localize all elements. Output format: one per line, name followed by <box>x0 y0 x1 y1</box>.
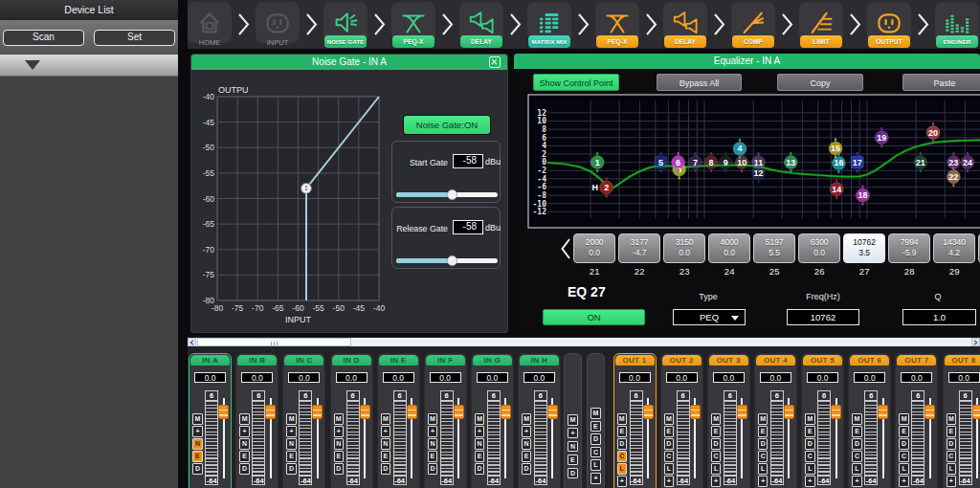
toolbar-item-delay-out[interactable]: DELAY <box>663 2 707 48</box>
channel-button-l[interactable]: L <box>711 463 722 475</box>
channel-strip-out-7[interactable]: OUT 70.06-64MEDCL+ <box>895 353 938 488</box>
channel-button-l[interactable]: L <box>758 463 768 475</box>
toolbar-item-home[interactable]: HOME <box>188 2 232 48</box>
channel-button-m[interactable]: M <box>239 413 250 425</box>
fader-handle[interactable] <box>501 405 511 419</box>
channel-strip-in-c[interactable]: IN C0.06-64M+NED <box>282 353 325 488</box>
equalizer-graph[interactable]: 121086420-2-4-6-8-10-1220305010020030050… <box>514 93 980 232</box>
eq-band-button-29[interactable]: 143404.2 <box>933 233 975 263</box>
channel-strip-out-6[interactable]: OUT 60.06-64MEDCL+ <box>848 353 891 488</box>
fader-handle[interactable] <box>690 405 701 419</box>
scroll-right-icon[interactable] <box>971 338 980 346</box>
fader-handle[interactable] <box>547 405 558 419</box>
channel-strip-out-2[interactable]: OUT 20.06-64MEDCL+ <box>660 353 703 488</box>
channel-button-plus[interactable]: + <box>381 426 391 437</box>
channel-button-plus[interactable]: + <box>947 476 957 487</box>
channel-button-d[interactable]: D <box>664 438 675 450</box>
toolbar-item-matrix-mix[interactable]: MATRIX MIX <box>527 2 571 48</box>
toolbar-item-limit[interactable]: LIMIT <box>799 2 843 48</box>
release-gate-value[interactable]: -58 <box>453 220 483 234</box>
paste-button[interactable]: Paste <box>902 74 980 91</box>
channel-strip-out-8[interactable]: OUT 80.06-64MEDCL+ <box>943 353 980 488</box>
channel-strip-in-b[interactable]: IN B0.06-64M+NED <box>235 353 278 488</box>
channel-gain-value[interactable]: 0.0 <box>854 372 885 384</box>
link-button-e[interactable]: E <box>568 455 578 466</box>
channel-button-plus[interactable]: + <box>664 476 675 487</box>
channel-button-m[interactable]: M <box>899 413 909 425</box>
channel-button-d[interactable]: D <box>947 438 957 450</box>
channel-button-plus[interactable]: + <box>805 476 815 487</box>
channel-gain-value[interactable]: 0.0 <box>477 372 508 384</box>
eq-band-button-23[interactable]: 31500.0 <box>663 233 705 263</box>
channel-button-c[interactable]: C <box>852 451 862 462</box>
channel-button-l[interactable]: L <box>617 463 628 475</box>
link-button-c[interactable]: C <box>590 447 601 458</box>
channel-button-e[interactable]: E <box>286 451 297 462</box>
toolbar-item-output[interactable]: OUTPUT <box>867 2 911 48</box>
copy-button[interactable]: Copy <box>777 74 863 91</box>
channel-button-l[interactable]: L <box>805 463 815 475</box>
device-list-expander[interactable] <box>0 55 178 77</box>
channel-button-plus[interactable]: + <box>192 426 203 437</box>
mixer-scrollbar-thumb[interactable] <box>197 338 351 346</box>
channel-button-plus[interactable]: + <box>899 476 909 487</box>
link-button-l[interactable]: L <box>590 459 601 471</box>
fader-handle[interactable] <box>972 405 980 419</box>
channel-button-n[interactable]: N <box>381 438 391 450</box>
channel-gain-value[interactable]: 0.0 <box>383 372 414 384</box>
channel-button-d[interactable]: D <box>334 463 345 475</box>
channel-button-d[interactable]: D <box>899 438 909 450</box>
channel-strip-in-f[interactable]: IN F0.06-64M+NED <box>424 353 467 488</box>
link-strip-1[interactable]: M+NED <box>564 353 582 488</box>
start-gate-slider[interactable] <box>396 189 498 199</box>
channel-button-d[interactable]: D <box>286 463 297 475</box>
channel-button-c[interactable]: C <box>617 451 628 462</box>
fader-handle[interactable] <box>924 405 935 419</box>
channel-button-d[interactable]: D <box>239 463 250 475</box>
channel-button-d[interactable]: D <box>428 463 438 475</box>
channel-button-m[interactable]: M <box>522 413 532 425</box>
channel-gain-value[interactable]: 0.0 <box>807 372 838 384</box>
channel-gain-value[interactable]: 0.0 <box>901 372 932 384</box>
channel-strip-out-4[interactable]: OUT 40.06-64MEDCL+ <box>754 353 797 488</box>
channel-button-e[interactable]: E <box>805 426 815 437</box>
channel-button-c[interactable]: C <box>899 451 909 462</box>
link-button-m[interactable]: M <box>568 414 578 426</box>
channel-strip-in-d[interactable]: IN D0.06-64M+NED <box>330 353 373 488</box>
channel-button-m[interactable]: M <box>286 413 297 425</box>
channel-button-n[interactable]: N <box>192 438 203 450</box>
link-button-m[interactable]: M <box>590 408 601 419</box>
toolbar-item-delay-in[interactable]: DELAY <box>459 2 503 48</box>
channel-strip-out-5[interactable]: OUT 50.06-64MEDCL+ <box>801 353 844 488</box>
toolbar-item-comp[interactable]: COMP <box>731 2 775 48</box>
scroll-left-icon[interactable] <box>188 338 196 346</box>
channel-button-e[interactable]: E <box>617 426 628 437</box>
eq-band-button-28[interactable]: 7994-5.9 <box>888 233 930 263</box>
channel-gain-value[interactable]: 0.0 <box>336 372 368 384</box>
link-strip-2[interactable]: MEDCL+ <box>587 353 605 488</box>
channel-button-d[interactable]: D <box>711 438 722 450</box>
channel-button-plus[interactable]: + <box>475 426 485 437</box>
fader-handle[interactable] <box>878 405 888 419</box>
fader-handle[interactable] <box>643 405 654 419</box>
channel-button-c[interactable]: C <box>711 451 722 462</box>
channel-strip-in-a[interactable]: IN A0.06-64M+NED <box>189 353 232 488</box>
channel-gain-value[interactable]: 0.0 <box>666 372 698 384</box>
channel-button-e[interactable]: E <box>428 451 438 462</box>
fader-handle[interactable] <box>831 405 841 419</box>
channel-gain-value[interactable]: 0.0 <box>430 372 461 384</box>
channel-gain-value[interactable]: 0.0 <box>948 372 980 384</box>
channel-gain-value[interactable]: 0.0 <box>713 372 745 384</box>
channel-button-plus[interactable]: + <box>617 476 628 487</box>
channel-button-m[interactable]: M <box>805 413 815 425</box>
eq-band-button-24[interactable]: 40000.0 <box>708 233 750 263</box>
gate-threshold-handle[interactable] <box>301 183 311 193</box>
channel-button-e[interactable]: E <box>711 426 722 437</box>
fader-handle[interactable] <box>784 405 794 419</box>
channel-button-c[interactable]: C <box>947 451 957 462</box>
channel-button-n[interactable]: N <box>286 438 297 450</box>
eq-band-button-22[interactable]: 3177-4.7 <box>618 233 660 263</box>
link-button-d[interactable]: D <box>590 433 601 445</box>
channel-button-e[interactable]: E <box>664 426 675 437</box>
set-button[interactable]: Set <box>94 30 175 46</box>
